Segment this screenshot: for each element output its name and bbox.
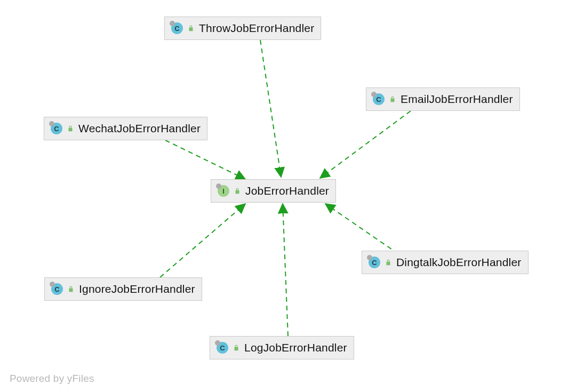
node-dingtalkjoberrorhandler[interactable]: C DingtalkJobErrorHandler [362, 251, 529, 274]
node-label: WechatJobErrorHandler [78, 122, 201, 135]
node-joberrorhandler[interactable]: I JobErrorHandler [211, 179, 336, 203]
node-label: ThrowJobErrorHandler [199, 22, 314, 35]
lock-icon [67, 125, 74, 132]
diagram-canvas: I JobErrorHandler C ThrowJobErrorHandler… [0, 0, 576, 392]
class-badge-icon: C [217, 342, 228, 354]
class-badge-icon: C [369, 257, 380, 268]
node-wechatjoberrorhandler[interactable]: C WechatJobErrorHandler [44, 117, 207, 140]
edge-wechat [165, 140, 245, 179]
lock-icon [389, 95, 396, 103]
lock-icon [234, 187, 241, 195]
edge-throw [260, 40, 281, 177]
node-label: LogJobErrorHandler [244, 341, 347, 354]
node-label: DingtalkJobErrorHandler [396, 256, 522, 269]
edge-log [283, 204, 288, 336]
lock-icon [233, 344, 240, 351]
class-badge-icon: C [373, 93, 385, 105]
class-badge-icon: C [51, 123, 62, 134]
node-ignorejoberrorhandler[interactable]: C IgnoreJobErrorHandler [44, 277, 202, 301]
lock-icon [67, 285, 75, 293]
node-label: EmailJobErrorHandler [401, 93, 513, 106]
class-badge-icon: C [171, 22, 183, 34]
node-label: IgnoreJobErrorHandler [79, 283, 195, 295]
lock-icon [385, 259, 392, 266]
lock-icon [187, 25, 195, 32]
node-throwjoberrorhandler[interactable]: C ThrowJobErrorHandler [164, 17, 321, 40]
node-logjoberrorhandler[interactable]: C LogJobErrorHandler [210, 336, 354, 359]
edge-email [320, 111, 411, 178]
node-emailjoberrorhandler[interactable]: C EmailJobErrorHandler [366, 87, 520, 111]
edge-ignore [160, 204, 245, 277]
class-badge-icon: C [51, 283, 63, 295]
interface-badge-icon: I [218, 185, 229, 197]
node-label: JobErrorHandler [245, 185, 329, 197]
